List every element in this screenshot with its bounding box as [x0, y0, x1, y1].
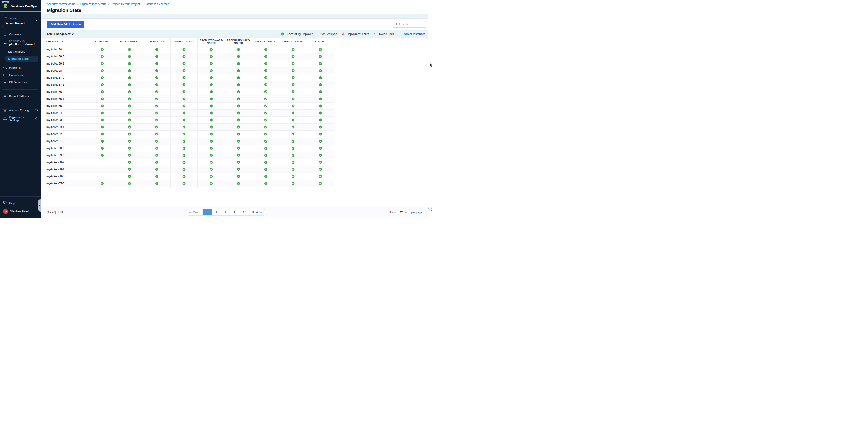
table-row[interactable]: my-ticket-65-0	[46, 102, 334, 110]
sidebar-item-project-settings[interactable]: Project Settings	[0, 93, 41, 100]
sidebar-item-label: DB Governance	[9, 81, 29, 84]
sidebar-item-overview[interactable]: Overview	[0, 31, 41, 38]
next-page-button[interactable]: Next	[248, 209, 266, 215]
changeset-name: my-ticket-62	[46, 131, 89, 137]
table-row[interactable]: my-ticket-67-1	[46, 81, 334, 88]
sidebar-item-label: Migration State	[8, 57, 29, 60]
sidebar-item-db-governance[interactable]: DB Governance	[0, 79, 41, 86]
info-circle-icon[interactable]	[35, 117, 38, 121]
add-db-instance-button[interactable]: Add New DB Instance	[47, 21, 84, 28]
table-row[interactable]: my-ticket-55-0	[46, 180, 334, 187]
sidebar-item-db-instances[interactable]: DB Instances	[5, 49, 38, 55]
breadcrumb-organization-link[interactable]: Organization: default	[80, 2, 106, 6]
pager: Prev 1 2 3 4 5 Next	[186, 209, 266, 216]
table-row[interactable]: my-ticket-67-0	[46, 74, 334, 81]
table-row[interactable]: my-ticket-59-0	[46, 152, 334, 159]
user-menu[interactable]: SA Stephen Atwell	[0, 207, 41, 215]
check-circle-icon	[319, 76, 322, 79]
breadcrumb-database-schemas-link[interactable]: Database Schemas	[144, 2, 169, 6]
scrollbar-gutter[interactable]	[428, 0, 434, 218]
check-circle-icon	[210, 76, 213, 79]
status-successfully-deployed	[143, 67, 170, 74]
check-circle-icon	[319, 147, 322, 150]
search-input[interactable]	[399, 23, 425, 26]
table-row[interactable]: my-ticket-66	[46, 88, 334, 95]
table-row[interactable]: my-ticket-70	[46, 46, 334, 53]
check-circle-icon	[210, 182, 213, 185]
check-circle-icon	[210, 139, 213, 143]
sidebar-item-account-settings[interactable]: Account Settings	[0, 106, 41, 114]
check-circle-icon	[128, 118, 131, 122]
sidebar-item-organization-settings[interactable]: Organization Settings	[0, 114, 41, 124]
status-successfully-deployed	[279, 138, 307, 145]
check-circle-icon	[182, 69, 186, 72]
sidebar-item-db-schemas[interactable]: DB SCHEMAS pipeline_authored	[0, 38, 41, 47]
table-row[interactable]: my-ticket-58-1-	[46, 166, 334, 173]
table-row[interactable]: my-ticket-63-1	[46, 124, 334, 131]
page-button-3[interactable]: 3	[221, 209, 230, 215]
app-switcher-grid-icon[interactable]	[35, 4, 39, 9]
table-row[interactable]: my-ticket-68	[46, 67, 334, 74]
check-circle-icon	[182, 132, 186, 136]
table-row[interactable]: my-ticket-63-0	[46, 117, 334, 124]
check-circle-icon	[264, 132, 268, 136]
changeset-name: my-ticket-60-0	[46, 145, 89, 152]
check-circle-icon	[210, 83, 213, 86]
check-circle-icon	[155, 62, 158, 65]
check-circle-icon	[291, 69, 295, 72]
sidebar-item-executions[interactable]: Executions	[0, 71, 41, 79]
status-successfully-deployed	[279, 102, 307, 109]
table-row[interactable]: my-ticket-64	[46, 110, 334, 117]
main-area: Account: satwell-demo › Organization: de…	[41, 0, 428, 218]
page-size-dropdown[interactable]: 20	[398, 210, 409, 215]
status-successfully-deployed	[116, 138, 143, 145]
table-row[interactable]: my-ticket-58-2-	[46, 159, 334, 166]
changeset-name: my-ticket-58-0	[46, 173, 89, 180]
table-row[interactable]: my-ticket-60-0	[46, 145, 334, 152]
info-circle-icon[interactable]	[35, 108, 38, 112]
page-size-value: 20	[400, 211, 403, 214]
governance-gear-icon	[3, 81, 7, 84]
check-circle-icon	[237, 132, 240, 136]
help-button[interactable]: Help	[0, 199, 41, 207]
check-circle-icon	[319, 125, 322, 129]
sidebar-collapse-handle[interactable]	[38, 199, 41, 212]
check-circle-icon	[182, 97, 186, 100]
page-button-5[interactable]: 5	[239, 209, 248, 215]
table-row[interactable]: my-ticket-69-1	[46, 60, 334, 67]
check-circle-icon	[291, 62, 295, 65]
table-row[interactable]: my-ticket-58-0-	[46, 173, 334, 180]
status-successfully-deployed	[252, 88, 279, 95]
page-button-1[interactable]: 1	[203, 209, 212, 215]
check-circle-icon	[319, 90, 322, 93]
status-successfully-deployed	[143, 46, 170, 53]
status-successfully-deployed	[170, 46, 198, 53]
check-circle-icon	[237, 55, 240, 58]
sidebar-item-migration-state[interactable]: Migration State	[5, 56, 38, 62]
breadcrumb-project-link[interactable]: Project: Default Project	[111, 2, 140, 6]
sidebar-divider	[3, 103, 38, 103]
page-button-2[interactable]: 2	[212, 209, 221, 215]
support-chat-icon[interactable]	[428, 207, 433, 213]
page-button-4[interactable]: 4	[230, 209, 239, 215]
prev-page-button[interactable]: Prev	[186, 209, 203, 215]
check-circle-icon	[319, 48, 322, 51]
arrow-right-icon	[259, 211, 262, 213]
status-successfully-deployed	[279, 159, 307, 166]
select-instances-button[interactable]: Select Instances	[399, 32, 425, 36]
check-circle-icon	[101, 139, 104, 143]
table-row[interactable]: my-ticket-65-1	[46, 95, 334, 102]
status-successfully-deployed	[307, 180, 334, 187]
check-circle-icon	[291, 147, 295, 150]
columns-icon	[399, 32, 402, 35]
table-row[interactable]: my-ticket-69-0	[46, 53, 334, 60]
status-successfully-deployed	[279, 81, 307, 88]
sidebar-item-pipelines[interactable]: Pipelines	[0, 64, 41, 71]
status-successfully-deployed	[197, 60, 225, 67]
project-selector[interactable]: PROJECT Default Project	[2, 15, 39, 27]
table-row[interactable]: my-ticket-62	[46, 131, 334, 138]
table-row[interactable]: my-ticket-61-0	[46, 138, 334, 145]
check-circle-icon	[291, 112, 295, 115]
check-circle-icon	[264, 154, 268, 157]
breadcrumb-account-link[interactable]: Account: satwell-demo	[47, 2, 75, 6]
